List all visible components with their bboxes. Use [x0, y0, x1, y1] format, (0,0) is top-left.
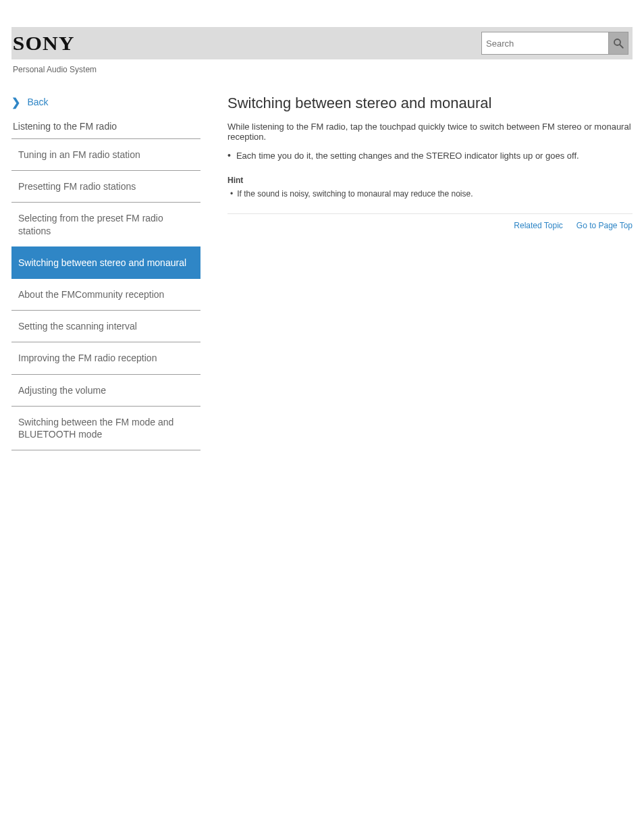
search-button[interactable] — [608, 32, 628, 55]
nav-list: Tuning in an FM radio stationPresetting … — [11, 138, 200, 450]
nav-item[interactable]: Improving the FM radio reception — [11, 342, 200, 373]
product-name: Personal Audio System — [11, 59, 633, 74]
brand-logo: SONY — [13, 32, 75, 55]
content-bullet: Each time you do it, the setting changes… — [227, 150, 633, 161]
nav-back-label: Back — [27, 97, 48, 107]
search — [481, 32, 628, 55]
link-related-topic[interactable]: Related Topic — [514, 221, 563, 230]
top-bar: SONY — [11, 27, 633, 59]
nav-item[interactable]: Tuning in an FM radio station — [11, 138, 200, 170]
search-input[interactable] — [481, 32, 608, 55]
nav-item[interactable]: Setting the scanning interval — [11, 310, 200, 342]
nav-section-title: Listening to the FM radio — [13, 121, 200, 132]
nav-item[interactable]: Switching between stereo and monaural — [11, 246, 200, 278]
link-page-top[interactable]: Go to Page Top — [576, 221, 633, 230]
content-intro: While listening to the FM radio, tap the… — [227, 122, 633, 142]
nav-back[interactable]: ❯ Back — [11, 96, 200, 109]
hint-body: If the sound is noisy, switching to mona… — [227, 189, 633, 199]
nav-item[interactable]: Selecting from the preset FM radio stati… — [11, 202, 200, 246]
magnifier-icon — [612, 37, 624, 49]
nav-item[interactable]: Switching between the FM mode and BLUETO… — [11, 406, 200, 450]
page-title: Switching between stereo and monaural — [227, 95, 633, 112]
svg-line-1 — [620, 45, 623, 48]
nav-item[interactable]: Presetting FM radio stations — [11, 170, 200, 202]
hint-label: Hint — [227, 176, 633, 185]
nav-item[interactable]: About the FMCommunity reception — [11, 278, 200, 310]
chevron-right-icon: ❯ — [11, 96, 20, 109]
nav-item[interactable]: Adjusting the volume — [11, 374, 200, 406]
content-divider — [227, 213, 633, 214]
